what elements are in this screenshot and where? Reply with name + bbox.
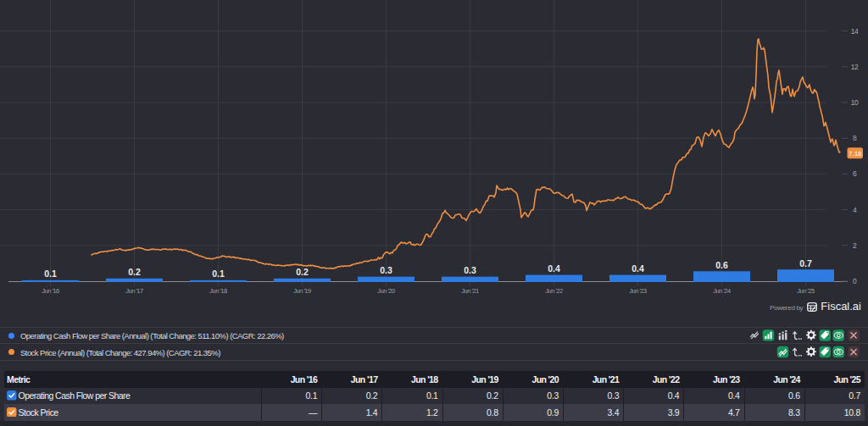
svg-text:14: 14 bbox=[851, 27, 859, 36]
svg-text:Jun '22: Jun '22 bbox=[545, 287, 563, 295]
svg-text:Jun '23: Jun '23 bbox=[629, 287, 647, 295]
svg-text:0: 0 bbox=[853, 277, 857, 285]
svg-text:0.4: 0.4 bbox=[548, 263, 560, 274]
svg-text:0.4: 0.4 bbox=[632, 263, 644, 274]
svg-text:12: 12 bbox=[851, 63, 859, 71]
svg-text:0.2: 0.2 bbox=[296, 267, 309, 277]
svg-text:0.3: 0.3 bbox=[464, 265, 476, 275]
svg-text:6: 6 bbox=[853, 169, 857, 178]
svg-text:0.1: 0.1 bbox=[44, 268, 57, 279]
svg-text:0.1: 0.1 bbox=[212, 268, 225, 279]
svg-text:0.3: 0.3 bbox=[380, 265, 392, 275]
svg-text:Jun '20: Jun '20 bbox=[377, 287, 395, 295]
svg-text:0.7: 0.7 bbox=[799, 258, 812, 268]
svg-text:4: 4 bbox=[853, 206, 857, 214]
svg-text:Jun '16: Jun '16 bbox=[42, 287, 59, 295]
svg-text:8: 8 bbox=[853, 134, 857, 142]
svg-text:0.6: 0.6 bbox=[715, 260, 728, 270]
svg-text:10: 10 bbox=[851, 98, 859, 107]
svg-text:0.2: 0.2 bbox=[128, 267, 141, 277]
svg-text:Jun '24: Jun '24 bbox=[713, 287, 731, 295]
svg-text:Jun '18: Jun '18 bbox=[209, 287, 227, 295]
svg-text:Jun '17: Jun '17 bbox=[125, 287, 143, 295]
svg-text:Jun '25: Jun '25 bbox=[797, 287, 815, 295]
svg-text:7.18: 7.18 bbox=[849, 150, 862, 158]
svg-text:Jun '19: Jun '19 bbox=[293, 287, 311, 295]
svg-text:2: 2 bbox=[853, 241, 857, 250]
svg-text:Jun '21: Jun '21 bbox=[461, 287, 479, 295]
